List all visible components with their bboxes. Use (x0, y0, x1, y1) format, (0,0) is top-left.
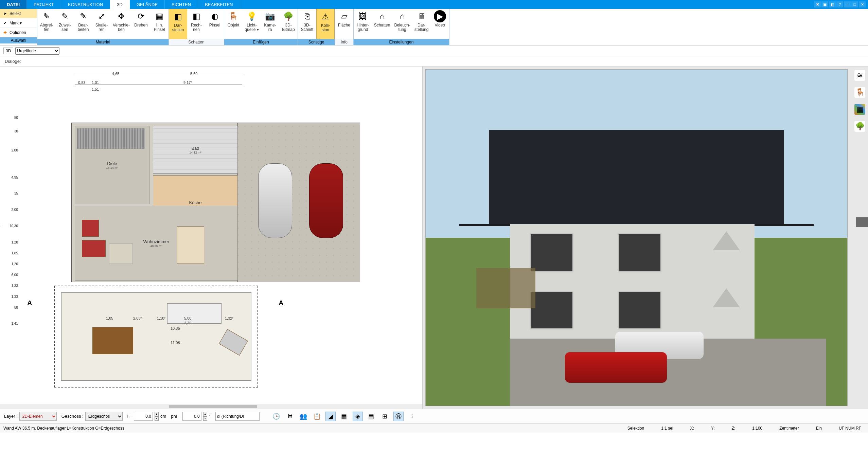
main-area: 4,65 5,60 0,83 1,01 1,51 9,17⁵ Bad 14,12… (0, 67, 868, 409)
dl-input[interactable] (215, 412, 260, 421)
status-scale: 1:100 (752, 426, 762, 431)
people-icon[interactable]: 👥 (298, 412, 308, 421)
palette-icon[interactable]: ▦ (854, 104, 865, 115)
group-label-info: Info (335, 39, 353, 45)
furniture-icon[interactable]: 🪑 (854, 87, 865, 98)
mark-button[interactable]: ✔Mark. ▾ (0, 18, 37, 28)
tool-bearbeiten[interactable]: ✎Bear- beiten (74, 9, 92, 39)
layer-label: Layer : (4, 414, 18, 419)
slope-icon[interactable]: ◢ (325, 412, 336, 421)
dialoge-bar: Dialoge: (0, 56, 868, 67)
tool-lichtquelle[interactable]: 💡Licht- quelle ▾ (243, 9, 261, 39)
group-label-schatten: Schatten (169, 39, 224, 45)
section-icon: ⎘ (301, 10, 313, 22)
ribbon: ➤Selekt ✔Mark. ▾ ✚Optionen Auswahl ✎Abgr… (0, 9, 868, 46)
tool-verschieben[interactable]: ✥Verschie- ben (111, 9, 132, 39)
menu-projekt[interactable]: PROJEKT (27, 0, 61, 9)
more-icon[interactable]: ⁝ (407, 412, 417, 421)
horizontal-scrollbar[interactable] (0, 404, 422, 409)
selection-panel: ➤Selekt ✔Mark. ▾ ✚Optionen Auswahl (0, 9, 37, 45)
tool-drehen[interactable]: ⟳Drehen (132, 9, 150, 39)
phi-spinner[interactable]: ▲▼ (203, 412, 207, 421)
tool-zuweisen[interactable]: ✎Zuwei- sen (56, 9, 74, 39)
3d-pane[interactable]: ≋ 🪑 ▦ 🌳 (423, 67, 868, 409)
menu-gelaende[interactable]: GELÄNDE (130, 0, 165, 9)
maximize-icon[interactable]: □ (851, 1, 858, 7)
brush2-icon: ◐ (209, 10, 221, 22)
layers-icon[interactable]: ≋ (854, 70, 865, 81)
tool-video[interactable]: ▶Video (431, 9, 449, 39)
tool-icon[interactable]: ✖ (814, 1, 821, 7)
phi-unit: ° (209, 414, 211, 419)
ribbon-group-material: ✎Abgrei- fen ✎Zuwei- sen ✎Bear- beiten ⤢… (37, 9, 169, 45)
phi-label: phi = (171, 414, 181, 419)
diamond-icon[interactable]: ◈ (353, 412, 363, 421)
menu-3d[interactable]: 3D (110, 0, 130, 9)
tree-icon[interactable]: 🌳 (854, 121, 865, 132)
collision-icon: ⚠ (319, 11, 332, 23)
tool-objekt[interactable]: 🪑Objekt (224, 9, 243, 39)
tool-pinsel[interactable]: ◐Pinsel (206, 9, 224, 39)
menu-konstruktion[interactable]: KONSTRUKTION (61, 0, 110, 9)
tool-kollision[interactable]: ⚠Kolli- sion (316, 9, 335, 39)
shadow-icon: ⌂ (376, 10, 388, 22)
3d-viewport[interactable] (425, 69, 848, 406)
snapgrid-icon[interactable]: ⊞ (380, 412, 390, 421)
clipboard-icon[interactable]: 📋 (312, 412, 322, 421)
tool-beleuchtung[interactable]: ⌂Beleuch- tung (392, 9, 412, 39)
ribbon-group-schatten: ◧Dar- stellen ◧Rech- nen ◐Pinsel Schatte… (169, 9, 224, 45)
right-tool-strip: ≋ 🪑 ▦ 🌳 (853, 70, 867, 132)
phi-input[interactable] (182, 412, 201, 421)
tool-hintergrund[interactable]: 🖼Hinter- grund (354, 9, 372, 39)
layer-dropdown[interactable]: 2D-Elemen (19, 412, 57, 421)
l-label: l = (127, 414, 132, 419)
geschoss-dropdown[interactable]: Erdgeschos (85, 412, 123, 421)
tool-schatten[interactable]: ⌂Schatten (372, 9, 392, 39)
pane-drag-handle[interactable] (856, 217, 868, 227)
group-label-material: Material (37, 39, 169, 45)
help-icon[interactable]: ? (836, 1, 843, 7)
l-input[interactable] (134, 412, 153, 421)
grid-icon[interactable]: ▦ (339, 412, 349, 421)
options-button[interactable]: ✚Optionen (0, 28, 37, 37)
tool-skalieren[interactable]: ⤢Skalie- ren (92, 9, 111, 39)
tool-3dschnitt[interactable]: ⎘3D- Schnitt (298, 9, 316, 39)
l-spinner[interactable]: ▲▼ (155, 412, 159, 421)
status-unit: Zentimeter (779, 426, 799, 431)
ribbon-group-einfuegen: 🪑Objekt 💡Licht- quelle ▾ 📷Kame- ra 🌳3D- … (224, 9, 298, 45)
tool-rechnen[interactable]: ◧Rech- nen (187, 9, 206, 39)
display-icon: 🖥 (415, 10, 428, 22)
tool-darstellung[interactable]: 🖥Dar- stellung (412, 9, 431, 39)
north-icon[interactable]: Ⓝ (393, 412, 404, 421)
assign-icon: ✎ (59, 10, 71, 22)
menu-bearbeiten[interactable]: BEARBEITEN (198, 0, 240, 9)
dialoge-label: Dialoge: (5, 59, 21, 64)
object-icon: 🪑 (227, 10, 240, 22)
edit-icon: ✎ (77, 10, 89, 22)
status-x: X: (690, 426, 694, 431)
tool-kamera[interactable]: 📷Kame- ra (261, 9, 279, 39)
tool-icon[interactable]: ◧ (829, 1, 836, 7)
tool-abgreifen[interactable]: ✎Abgrei- fen (37, 9, 56, 39)
monitor-icon[interactable]: 🖥 (285, 412, 295, 421)
video-icon: ▶ (434, 10, 446, 22)
clock-icon[interactable]: 🕒 (271, 412, 281, 421)
left-dimensions: 50 30 2,00 4,95 35 2,00 10,30 1,20 1,85 … (0, 118, 19, 389)
menu-sichten[interactable]: SICHTEN (165, 0, 198, 9)
floorplan-pane[interactable]: 4,65 5,60 0,83 1,01 1,51 9,17⁵ Bad 14,12… (0, 67, 423, 409)
tool-icon[interactable]: ▣ (821, 1, 828, 7)
area-icon: ▱ (338, 10, 350, 22)
window-controls: ✖ ▣ ◧ ? – □ ✕ (814, 0, 868, 9)
tool-3dbitmap[interactable]: 🌳3D- Bitmap (279, 9, 298, 39)
select-button[interactable]: ➤Selekt (0, 9, 37, 18)
tool-hinpinsel[interactable]: ▦Hin. Pinsel (150, 9, 169, 39)
layer-select[interactable]: Urgelände (15, 47, 59, 55)
hatch-icon[interactable]: ▤ (366, 412, 376, 421)
close-icon[interactable]: ✕ (859, 1, 866, 7)
tool-flaeche[interactable]: ▱Fläche (335, 9, 353, 39)
tool-darstellen[interactable]: ◧Dar- stellen (169, 9, 187, 39)
selection-group-label: Auswahl (0, 37, 37, 43)
group-label-einstellungen: Einstellungen (354, 39, 449, 45)
menu-datei[interactable]: DATEI (0, 0, 27, 9)
minimize-icon[interactable]: – (844, 1, 851, 7)
